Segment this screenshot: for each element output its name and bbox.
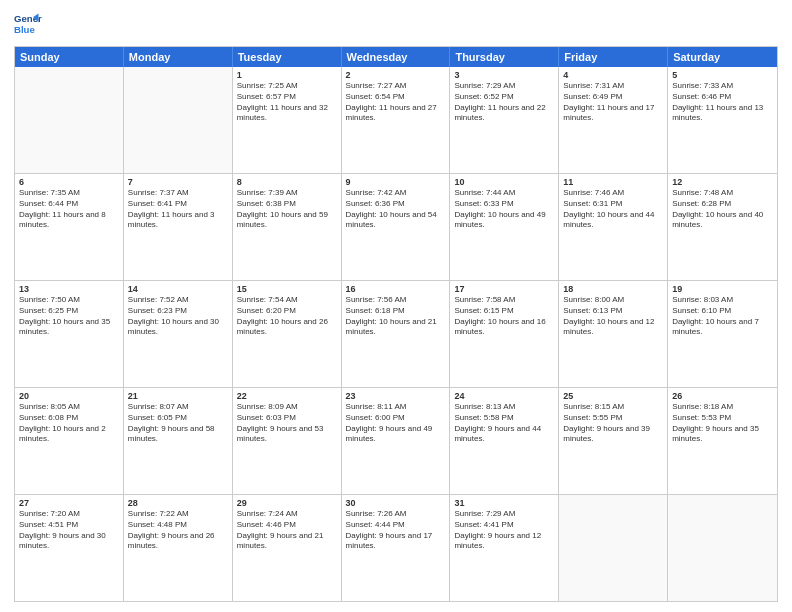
cell-sun-info: Sunrise: 7:50 AMSunset: 6:25 PMDaylight:…: [19, 295, 119, 338]
calendar-body: 1Sunrise: 7:25 AMSunset: 6:57 PMDaylight…: [15, 67, 777, 601]
day-number: 28: [128, 498, 228, 508]
cell-sun-info: Sunrise: 8:00 AMSunset: 6:13 PMDaylight:…: [563, 295, 663, 338]
day-number: 24: [454, 391, 554, 401]
cell-sun-info: Sunrise: 7:44 AMSunset: 6:33 PMDaylight:…: [454, 188, 554, 231]
calendar-cell-day-6: 6Sunrise: 7:35 AMSunset: 6:44 PMDaylight…: [15, 174, 124, 280]
day-number: 30: [346, 498, 446, 508]
cell-sun-info: Sunrise: 8:11 AMSunset: 6:00 PMDaylight:…: [346, 402, 446, 445]
calendar-cell-day-28: 28Sunrise: 7:22 AMSunset: 4:48 PMDayligh…: [124, 495, 233, 601]
day-number: 5: [672, 70, 773, 80]
calendar-week-5: 27Sunrise: 7:20 AMSunset: 4:51 PMDayligh…: [15, 494, 777, 601]
day-number: 4: [563, 70, 663, 80]
cell-sun-info: Sunrise: 8:09 AMSunset: 6:03 PMDaylight:…: [237, 402, 337, 445]
calendar-cell-day-3: 3Sunrise: 7:29 AMSunset: 6:52 PMDaylight…: [450, 67, 559, 173]
cell-sun-info: Sunrise: 8:13 AMSunset: 5:58 PMDaylight:…: [454, 402, 554, 445]
calendar-cell-day-11: 11Sunrise: 7:46 AMSunset: 6:31 PMDayligh…: [559, 174, 668, 280]
header: General Blue: [14, 10, 778, 38]
calendar-cell-day-10: 10Sunrise: 7:44 AMSunset: 6:33 PMDayligh…: [450, 174, 559, 280]
day-number: 23: [346, 391, 446, 401]
cell-sun-info: Sunrise: 7:48 AMSunset: 6:28 PMDaylight:…: [672, 188, 773, 231]
day-number: 11: [563, 177, 663, 187]
day-number: 26: [672, 391, 773, 401]
calendar-cell-day-13: 13Sunrise: 7:50 AMSunset: 6:25 PMDayligh…: [15, 281, 124, 387]
calendar-cell-day-9: 9Sunrise: 7:42 AMSunset: 6:36 PMDaylight…: [342, 174, 451, 280]
calendar-week-4: 20Sunrise: 8:05 AMSunset: 6:08 PMDayligh…: [15, 387, 777, 494]
calendar-cell-day-23: 23Sunrise: 8:11 AMSunset: 6:00 PMDayligh…: [342, 388, 451, 494]
calendar-cell-day-2: 2Sunrise: 7:27 AMSunset: 6:54 PMDaylight…: [342, 67, 451, 173]
cell-sun-info: Sunrise: 7:39 AMSunset: 6:38 PMDaylight:…: [237, 188, 337, 231]
cell-sun-info: Sunrise: 7:20 AMSunset: 4:51 PMDaylight:…: [19, 509, 119, 552]
day-number: 3: [454, 70, 554, 80]
day-number: 20: [19, 391, 119, 401]
day-number: 18: [563, 284, 663, 294]
header-cell-friday: Friday: [559, 47, 668, 67]
day-number: 1: [237, 70, 337, 80]
calendar-week-1: 1Sunrise: 7:25 AMSunset: 6:57 PMDaylight…: [15, 67, 777, 173]
calendar-cell-day-16: 16Sunrise: 7:56 AMSunset: 6:18 PMDayligh…: [342, 281, 451, 387]
logo: General Blue: [14, 10, 42, 38]
cell-sun-info: Sunrise: 8:18 AMSunset: 5:53 PMDaylight:…: [672, 402, 773, 445]
calendar-cell-day-4: 4Sunrise: 7:31 AMSunset: 6:49 PMDaylight…: [559, 67, 668, 173]
calendar-cell-empty: [124, 67, 233, 173]
cell-sun-info: Sunrise: 7:31 AMSunset: 6:49 PMDaylight:…: [563, 81, 663, 124]
header-cell-thursday: Thursday: [450, 47, 559, 67]
cell-sun-info: Sunrise: 8:07 AMSunset: 6:05 PMDaylight:…: [128, 402, 228, 445]
calendar-cell-empty: [559, 495, 668, 601]
cell-sun-info: Sunrise: 7:56 AMSunset: 6:18 PMDaylight:…: [346, 295, 446, 338]
day-number: 13: [19, 284, 119, 294]
calendar-cell-day-26: 26Sunrise: 8:18 AMSunset: 5:53 PMDayligh…: [668, 388, 777, 494]
calendar: SundayMondayTuesdayWednesdayThursdayFrid…: [14, 46, 778, 602]
calendar-cell-day-7: 7Sunrise: 7:37 AMSunset: 6:41 PMDaylight…: [124, 174, 233, 280]
day-number: 17: [454, 284, 554, 294]
cell-sun-info: Sunrise: 7:25 AMSunset: 6:57 PMDaylight:…: [237, 81, 337, 124]
header-cell-tuesday: Tuesday: [233, 47, 342, 67]
cell-sun-info: Sunrise: 8:05 AMSunset: 6:08 PMDaylight:…: [19, 402, 119, 445]
calendar-cell-day-8: 8Sunrise: 7:39 AMSunset: 6:38 PMDaylight…: [233, 174, 342, 280]
cell-sun-info: Sunrise: 7:46 AMSunset: 6:31 PMDaylight:…: [563, 188, 663, 231]
calendar-cell-day-14: 14Sunrise: 7:52 AMSunset: 6:23 PMDayligh…: [124, 281, 233, 387]
cell-sun-info: Sunrise: 8:15 AMSunset: 5:55 PMDaylight:…: [563, 402, 663, 445]
cell-sun-info: Sunrise: 7:24 AMSunset: 4:46 PMDaylight:…: [237, 509, 337, 552]
day-number: 22: [237, 391, 337, 401]
calendar-cell-day-12: 12Sunrise: 7:48 AMSunset: 6:28 PMDayligh…: [668, 174, 777, 280]
calendar-cell-day-18: 18Sunrise: 8:00 AMSunset: 6:13 PMDayligh…: [559, 281, 668, 387]
calendar-cell-day-27: 27Sunrise: 7:20 AMSunset: 4:51 PMDayligh…: [15, 495, 124, 601]
calendar-cell-day-25: 25Sunrise: 8:15 AMSunset: 5:55 PMDayligh…: [559, 388, 668, 494]
day-number: 7: [128, 177, 228, 187]
calendar-cell-day-22: 22Sunrise: 8:09 AMSunset: 6:03 PMDayligh…: [233, 388, 342, 494]
calendar-week-3: 13Sunrise: 7:50 AMSunset: 6:25 PMDayligh…: [15, 280, 777, 387]
day-number: 9: [346, 177, 446, 187]
cell-sun-info: Sunrise: 7:35 AMSunset: 6:44 PMDaylight:…: [19, 188, 119, 231]
header-cell-sunday: Sunday: [15, 47, 124, 67]
day-number: 27: [19, 498, 119, 508]
cell-sun-info: Sunrise: 7:26 AMSunset: 4:44 PMDaylight:…: [346, 509, 446, 552]
cell-sun-info: Sunrise: 7:54 AMSunset: 6:20 PMDaylight:…: [237, 295, 337, 338]
calendar-cell-empty: [15, 67, 124, 173]
cell-sun-info: Sunrise: 7:22 AMSunset: 4:48 PMDaylight:…: [128, 509, 228, 552]
svg-text:Blue: Blue: [14, 24, 35, 35]
calendar-cell-day-15: 15Sunrise: 7:54 AMSunset: 6:20 PMDayligh…: [233, 281, 342, 387]
day-number: 16: [346, 284, 446, 294]
day-number: 25: [563, 391, 663, 401]
calendar-cell-day-5: 5Sunrise: 7:33 AMSunset: 6:46 PMDaylight…: [668, 67, 777, 173]
header-cell-monday: Monday: [124, 47, 233, 67]
calendar-cell-empty: [668, 495, 777, 601]
day-number: 12: [672, 177, 773, 187]
cell-sun-info: Sunrise: 7:58 AMSunset: 6:15 PMDaylight:…: [454, 295, 554, 338]
calendar-cell-day-20: 20Sunrise: 8:05 AMSunset: 6:08 PMDayligh…: [15, 388, 124, 494]
day-number: 14: [128, 284, 228, 294]
day-number: 2: [346, 70, 446, 80]
day-number: 21: [128, 391, 228, 401]
cell-sun-info: Sunrise: 7:33 AMSunset: 6:46 PMDaylight:…: [672, 81, 773, 124]
cell-sun-info: Sunrise: 7:42 AMSunset: 6:36 PMDaylight:…: [346, 188, 446, 231]
day-number: 10: [454, 177, 554, 187]
header-cell-saturday: Saturday: [668, 47, 777, 67]
day-number: 6: [19, 177, 119, 187]
day-number: 15: [237, 284, 337, 294]
cell-sun-info: Sunrise: 8:03 AMSunset: 6:10 PMDaylight:…: [672, 295, 773, 338]
calendar-cell-day-21: 21Sunrise: 8:07 AMSunset: 6:05 PMDayligh…: [124, 388, 233, 494]
cell-sun-info: Sunrise: 7:37 AMSunset: 6:41 PMDaylight:…: [128, 188, 228, 231]
calendar-cell-day-17: 17Sunrise: 7:58 AMSunset: 6:15 PMDayligh…: [450, 281, 559, 387]
calendar-cell-day-31: 31Sunrise: 7:29 AMSunset: 4:41 PMDayligh…: [450, 495, 559, 601]
day-number: 19: [672, 284, 773, 294]
